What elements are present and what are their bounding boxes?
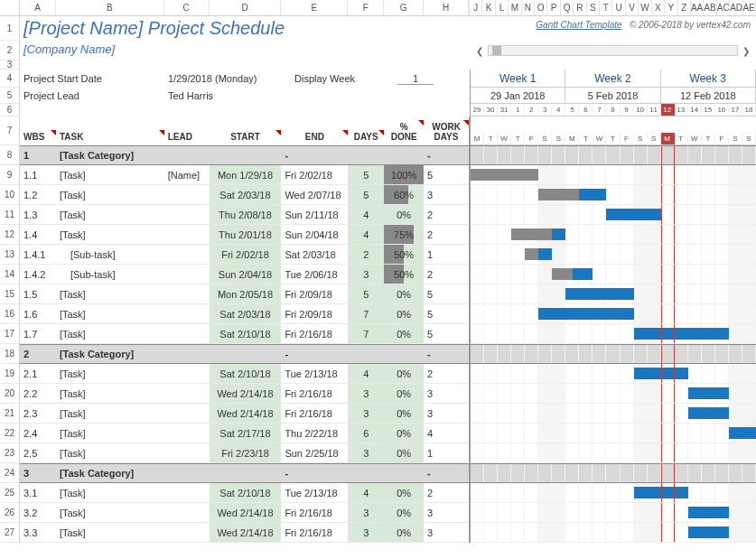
- wdays-cell[interactable]: -: [424, 146, 469, 164]
- end-cell[interactable]: Fri 2/16/18: [281, 324, 348, 343]
- done-cell[interactable]: [384, 146, 424, 164]
- lead-cell[interactable]: [164, 384, 210, 403]
- done-cell[interactable]: [384, 345, 424, 363]
- row-header[interactable]: 24: [0, 463, 20, 483]
- project-lead-value[interactable]: Ted Harris: [164, 90, 291, 101]
- row-header[interactable]: 6: [0, 104, 20, 116]
- wdays-cell[interactable]: 3: [424, 503, 469, 522]
- col-header[interactable]: G: [384, 0, 424, 15]
- gantt-bar[interactable]: [606, 209, 660, 220]
- col-header[interactable]: B: [56, 0, 164, 15]
- task-row[interactable]: 263.2[Task]Wed 2/14/18Fri 2/16/1830%3: [0, 503, 756, 523]
- task-name[interactable]: [Task]: [56, 483, 164, 502]
- task-name[interactable]: [Task]: [56, 225, 164, 244]
- days-cell[interactable]: [348, 146, 384, 164]
- days-cell[interactable]: 4: [348, 225, 384, 244]
- task-row[interactable]: 192.1[Task]Sat 2/10/18Tue 2/13/1840%2: [0, 364, 756, 384]
- row-header[interactable]: 17: [0, 324, 20, 344]
- wbs-cell[interactable]: 2.1: [20, 364, 56, 383]
- gantt-bar[interactable]: [634, 328, 729, 340]
- row-header[interactable]: 21: [0, 404, 20, 424]
- col-end[interactable]: END: [281, 130, 348, 145]
- done-cell[interactable]: 50%: [384, 245, 424, 264]
- col-start[interactable]: START: [210, 130, 282, 145]
- task-row[interactable]: 273.3[Task]Wed 2/14/18Fri 2/16/1830%3: [0, 523, 756, 543]
- end-cell[interactable]: Tue 2/13/18: [281, 364, 348, 383]
- row-header[interactable]: 20: [0, 384, 20, 404]
- row-header[interactable]: 23: [0, 443, 20, 463]
- lead-cell[interactable]: [164, 245, 210, 264]
- task-name[interactable]: [Task]: [56, 424, 164, 443]
- end-cell[interactable]: Fri 2/09/18: [281, 284, 348, 303]
- done-cell[interactable]: 75%: [384, 225, 424, 244]
- row-header[interactable]: 3: [0, 61, 20, 70]
- wbs-cell[interactable]: 1: [20, 146, 56, 164]
- wbs-cell[interactable]: 3.2: [20, 503, 56, 522]
- wbs-cell[interactable]: 2.4: [20, 424, 56, 443]
- wdays-cell[interactable]: 2: [424, 225, 469, 244]
- task-name[interactable]: [Task]: [56, 205, 164, 224]
- task-row[interactable]: 253.1[Task]Sat 2/10/18Tue 2/13/1840%2: [0, 483, 756, 503]
- wdays-cell[interactable]: 2: [424, 205, 469, 224]
- end-cell[interactable]: -: [281, 345, 348, 363]
- days-cell[interactable]: 3: [348, 443, 384, 462]
- start-cell[interactable]: [210, 464, 282, 482]
- done-cell[interactable]: 0%: [384, 205, 424, 224]
- task-name[interactable]: [Task Category]: [56, 146, 164, 164]
- end-cell[interactable]: -: [281, 146, 348, 164]
- row-header[interactable]: 22: [0, 424, 20, 443]
- category-row[interactable]: 182[Task Category]--: [0, 344, 756, 364]
- wdays-cell[interactable]: 3: [424, 404, 469, 423]
- lead-cell[interactable]: [164, 304, 210, 323]
- row-header[interactable]: 27: [0, 523, 20, 543]
- task-name[interactable]: [Task]: [56, 404, 164, 423]
- days-cell[interactable]: [348, 345, 384, 363]
- col-header[interactable]: AA: [691, 0, 704, 15]
- start-cell[interactable]: Mon 2/05/18: [210, 284, 282, 303]
- wdays-cell[interactable]: -: [424, 464, 469, 482]
- end-cell[interactable]: Fri 2/02/18: [281, 165, 348, 184]
- col-header[interactable]: K: [482, 0, 495, 15]
- end-cell[interactable]: Fri 2/09/18: [281, 304, 348, 323]
- lead-cell[interactable]: [164, 424, 210, 443]
- task-row[interactable]: 151.5[Task]Mon 2/05/18Fri 2/09/1850%5: [0, 284, 756, 304]
- template-link[interactable]: Gantt Chart Template: [536, 20, 621, 30]
- col-header[interactable]: F: [348, 0, 384, 15]
- col-header[interactable]: Z: [678, 0, 691, 15]
- select-all-corner[interactable]: [0, 0, 20, 15]
- gantt-bar[interactable]: [688, 407, 729, 419]
- col-work-days[interactable]: WORK DAYS: [424, 120, 469, 145]
- col-header[interactable]: A: [20, 0, 56, 15]
- end-cell[interactable]: Sun 2/11/18: [281, 205, 348, 224]
- row-header[interactable]: 13: [0, 245, 20, 265]
- days-cell[interactable]: 3: [348, 384, 384, 403]
- done-cell[interactable]: 0%: [384, 404, 424, 423]
- start-cell[interactable]: Sat 2/10/18: [210, 364, 282, 383]
- task-name[interactable]: [Task]: [56, 384, 164, 403]
- task-name[interactable]: [Task]: [56, 523, 164, 542]
- wbs-cell[interactable]: 1.4.2: [20, 265, 56, 284]
- row-header[interactable]: 26: [0, 503, 20, 523]
- lead-cell[interactable]: [164, 503, 210, 522]
- start-cell[interactable]: [210, 345, 282, 363]
- wbs-cell[interactable]: 2: [20, 345, 56, 363]
- gantt-bar[interactable]: [565, 288, 633, 300]
- row-header[interactable]: 4: [0, 70, 20, 88]
- done-cell[interactable]: 100%: [384, 165, 424, 184]
- col-header[interactable]: P: [547, 0, 560, 15]
- task-name[interactable]: [Task]: [56, 304, 164, 323]
- end-cell[interactable]: Sat 2/03/18: [281, 245, 348, 264]
- task-name[interactable]: [Task]: [56, 324, 164, 343]
- row-header[interactable]: 18: [0, 344, 20, 364]
- start-cell[interactable]: Thu 2/08/18: [210, 205, 282, 224]
- col-task[interactable]: TASK: [56, 130, 164, 145]
- wdays-cell[interactable]: 5: [424, 165, 469, 184]
- start-cell[interactable]: Wed 2/14/18: [210, 523, 282, 542]
- lead-cell[interactable]: [164, 345, 210, 363]
- col-header[interactable]: AB: [704, 0, 716, 15]
- task-row[interactable]: 232.5[Task]Fri 2/23/18Sun 2/25/1830%1: [0, 443, 756, 463]
- col-header[interactable]: AE: [743, 0, 756, 15]
- wbs-cell[interactable]: 1.4: [20, 225, 56, 244]
- end-cell[interactable]: Fri 2/16/18: [281, 384, 348, 403]
- done-cell[interactable]: 0%: [384, 523, 424, 542]
